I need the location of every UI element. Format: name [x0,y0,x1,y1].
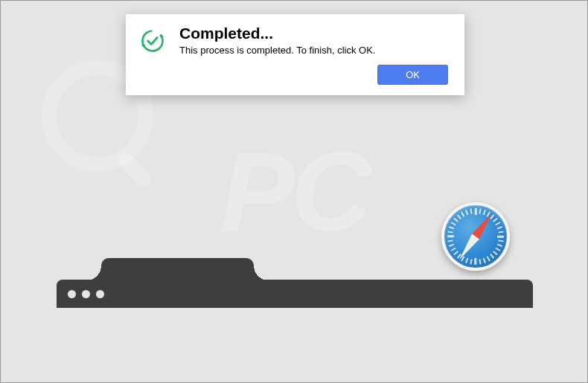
watermark-main: PC [220,127,368,256]
watermark-magnifier-handle [115,150,154,190]
dialog-title: Completed... [179,25,448,42]
window-dot-minimize [82,290,90,298]
completed-dialog: Completed... This process is completed. … [126,14,464,95]
svg-point-0 [139,28,166,54]
window-controls [68,290,104,298]
browser-titlebar [57,280,533,308]
browser-body [57,308,533,383]
dialog-message: This process is completed. To finish, cl… [179,45,448,56]
browser-window-mockup [57,258,533,383]
checkmark-refresh-icon [139,28,166,54]
window-dot-zoom [96,290,104,298]
safari-compass-icon [441,202,510,271]
window-dot-close [68,290,76,298]
browser-tab [101,258,254,280]
ok-button[interactable]: OK [377,65,448,85]
